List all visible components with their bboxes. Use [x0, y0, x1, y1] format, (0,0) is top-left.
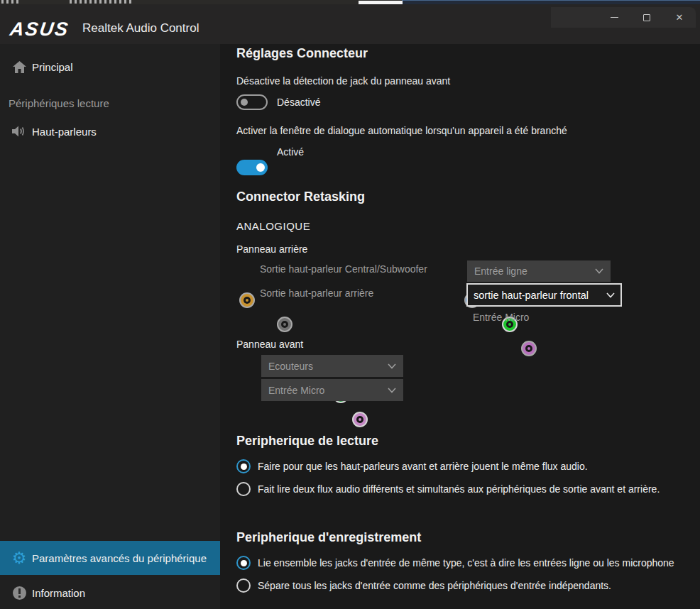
- background-window-artifact: [70, 0, 133, 4]
- line-in-dropdown[interactable]: Entrée ligne: [467, 260, 611, 282]
- chevron-down-icon: [388, 363, 396, 369]
- radio-dot: [241, 560, 247, 566]
- jack-detection-toggle[interactable]: [236, 94, 268, 110]
- sidebar: Principal Périphériques lecture Haut-par…: [0, 44, 220, 609]
- sidebar-item-label: Paramètres avancés du périphérique: [32, 552, 207, 564]
- chevron-down-icon: [388, 388, 396, 393]
- playback-option-2-radio[interactable]: [236, 482, 251, 496]
- playback-option-1-label: Faire pour que les haut-parleurs avant e…: [258, 461, 588, 472]
- titlebar: ASUS Realtek Audio Control ✕: [0, 4, 700, 44]
- sidebar-item-information[interactable]: Information: [0, 576, 220, 609]
- section-title-connector-settings: Réglages Connecteur: [236, 46, 368, 61]
- close-button[interactable]: ✕: [663, 7, 696, 28]
- home-icon: [11, 60, 28, 74]
- playback-option-2-label: Fait lire deux flux audio différents et …: [258, 483, 660, 495]
- toggle-knob: [241, 99, 248, 106]
- maximize-button[interactable]: [630, 7, 663, 28]
- dropdown-value: Entrée ligne: [474, 265, 527, 277]
- chevron-down-icon: [606, 292, 615, 298]
- main-content: Réglages Connecteur Désactive la détecti…: [220, 44, 700, 609]
- purple-jack-icon: [521, 341, 537, 356]
- auto-popup-toggle[interactable]: [236, 160, 268, 175]
- front-mic-dropdown[interactable]: Entrée Micro: [261, 379, 403, 401]
- rear-jack-label: Sortie haut-parleur Central/Subwoofer: [260, 263, 427, 275]
- analog-subtitle: ANALOGIQUE: [236, 220, 310, 232]
- sidebar-item-label: Information: [32, 587, 85, 599]
- sidebar-item-label: Haut-parleurs: [32, 126, 97, 138]
- section-title-playback-device: Peripherique de lecture: [236, 434, 378, 449]
- jack-detection-state: Désactivé: [277, 97, 320, 108]
- realtek-audio-control-window: ASUS Realtek Audio Control ✕ Principal P…: [0, 0, 700, 609]
- dropdown-value: Entrée Micro: [268, 385, 324, 396]
- sidebar-item-advanced-device-settings[interactable]: ⚙ Paramètres avancés du périphérique: [0, 541, 220, 575]
- pink-jack-icon: [352, 412, 368, 427]
- minimize-icon: [611, 17, 618, 18]
- speaker-icon: [11, 125, 28, 138]
- app-title: Realtek Audio Control: [82, 21, 199, 35]
- sidebar-item-label: Principal: [32, 61, 73, 73]
- section-title-connector-retasking: Connector Retasking: [236, 190, 365, 204]
- dropdown-value: Ecouteurs: [268, 361, 313, 372]
- dropdown-value: sortie haut-parleur frontal: [474, 290, 589, 301]
- sidebar-section-playback-devices: Périphériques lecture: [9, 97, 109, 109]
- section-title-recording-device: Peripherique d'enregistrement: [236, 530, 421, 545]
- chevron-down-icon: [595, 268, 603, 274]
- front-panel-label: Panneau avant: [236, 339, 303, 350]
- maximize-icon: [643, 14, 650, 21]
- recording-option-2-label: Sépare tous les jacks d'entrée comme des…: [258, 580, 611, 591]
- front-speaker-out-dropdown[interactable]: sortie haut-parleur frontal: [466, 283, 622, 307]
- rear-panel-label: Panneau arrière: [236, 243, 307, 255]
- gray-jack-icon: [277, 317, 292, 332]
- radio-dot: [241, 463, 247, 470]
- toggle-knob: [256, 163, 265, 172]
- sidebar-item-speakers[interactable]: Haut-parleurs: [0, 116, 220, 147]
- minimize-button[interactable]: [598, 7, 630, 28]
- mic-in-label: Entrée Micro: [473, 312, 529, 323]
- gear-icon: ⚙: [11, 550, 28, 566]
- recording-option-1-radio[interactable]: [236, 556, 251, 570]
- auto-popup-label: Activer la fenêtre de dialogue automatiq…: [236, 125, 567, 136]
- background-window-artifact: [1, 0, 21, 4]
- asus-logo: ASUS: [9, 20, 77, 40]
- recording-option-2-radio[interactable]: [236, 578, 251, 593]
- playback-option-1-radio[interactable]: [236, 459, 251, 473]
- jack-detection-label: Désactive la détection de jack du pannea…: [236, 75, 450, 87]
- recording-option-1-label: Lie ensemble les jacks d'entrée de même …: [258, 557, 674, 569]
- rear-jack-label: Sortie haut-parleur arrière: [260, 287, 373, 299]
- sidebar-item-principal[interactable]: Principal: [0, 51, 220, 82]
- window-controls: ✕: [551, 7, 696, 28]
- info-icon: [11, 586, 28, 600]
- headphones-dropdown[interactable]: Ecouteurs: [261, 355, 403, 377]
- auto-popup-state: Activé: [277, 146, 304, 158]
- orange-jack-icon: [239, 292, 255, 308]
- close-icon: ✕: [676, 12, 684, 23]
